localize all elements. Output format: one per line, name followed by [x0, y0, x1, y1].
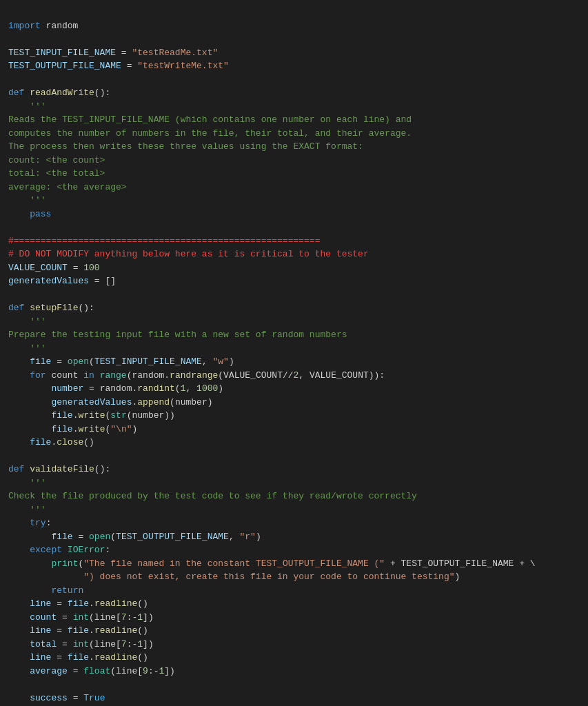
- keyword-try: try: [30, 518, 45, 528]
- keyword-in1: in: [83, 370, 94, 381]
- docstring-close1: ''': [30, 195, 45, 205]
- var-file1: file: [30, 356, 51, 367]
- docstring-open2: ''': [30, 316, 45, 327]
- builtin-range: range: [100, 370, 127, 381]
- comment-separator: #=======================================…: [8, 236, 320, 246]
- comment-warning: # DO NOT MODIFY anything below here as i…: [8, 249, 369, 259]
- keyword-import: import: [8, 21, 41, 31]
- docstring-body3: Check the file produced by the test code…: [8, 491, 417, 501]
- var-test-input: TEST_INPUT_FILE_NAME: [8, 48, 116, 58]
- docstring-open3: ''': [30, 478, 45, 488]
- var-value-count: VALUE_COUNT: [8, 263, 68, 273]
- func-validate-file: validateFile: [30, 464, 94, 474]
- keyword-for1: for: [30, 370, 45, 381]
- builtin-ioerror: IOError: [68, 545, 105, 555]
- const-true1: True: [83, 693, 105, 703]
- docstring-body1: Reads the TEST_INPUT_FILE_NAME (which co…: [8, 114, 412, 192]
- keyword-return1: return: [51, 585, 83, 596]
- docstring-body2: Prepare the testing input file with a ne…: [8, 330, 347, 340]
- keyword-def3: def: [8, 464, 24, 474]
- func-setup-file: setupFile: [30, 303, 78, 313]
- keyword-def1: def: [8, 88, 24, 98]
- func-read-write: readAndWrite: [30, 88, 94, 98]
- docstring-close2: ''': [30, 343, 45, 354]
- string-test-input-val: "testReadMe.txt": [132, 48, 218, 58]
- docstring-open1: ''': [30, 101, 45, 112]
- docstring-close3: ''': [30, 505, 45, 515]
- keyword-except: except: [30, 545, 62, 555]
- keyword-def2: def: [8, 303, 24, 313]
- var-test-output: TEST_OUTPUT_FILE_NAME: [8, 61, 121, 71]
- number-100: 100: [83, 263, 99, 273]
- code-editor: import random TEST_INPUT_FILE_NAME = "te…: [8, 6, 580, 706]
- keyword-pass: pass: [30, 209, 51, 219]
- var-generated-values: generatedValues: [8, 276, 89, 286]
- string-test-output-val: "testWriteMe.txt": [137, 61, 229, 71]
- builtin-open1: open: [68, 356, 89, 367]
